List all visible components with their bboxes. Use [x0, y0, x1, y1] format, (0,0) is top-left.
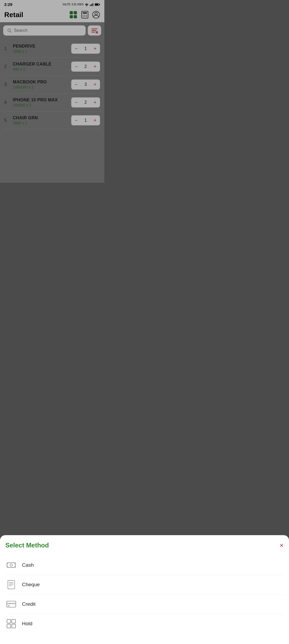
overlay[interactable]	[0, 0, 104, 232]
